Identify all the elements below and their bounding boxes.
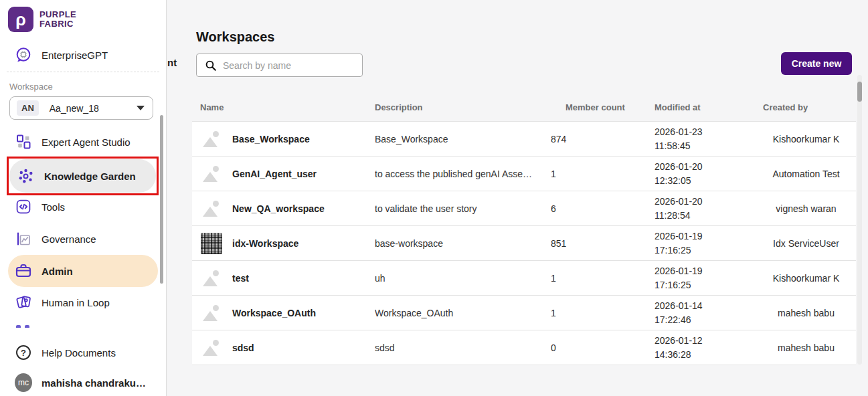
- modified-time: 12:32:05: [655, 174, 756, 188]
- modified-at: 2026-01-19 17:16:25: [644, 264, 756, 292]
- modified-time: 11:58:45: [655, 139, 756, 153]
- brand-logo: ρ PURPLE FABRIC: [8, 7, 76, 32]
- created-by: mahesh babu: [756, 308, 856, 318]
- sidebar-item-enterprisegpt[interactable]: EnterpriseGPT: [0, 40, 167, 70]
- modified-time: 11:28:54: [655, 209, 756, 223]
- modified-time: 17:16:25: [655, 243, 756, 258]
- search-input[interactable]: [223, 60, 347, 71]
- sidebar-user-profile[interactable]: mc mahisha chandraku…: [0, 368, 167, 396]
- workspace-name: Workspace_OAuth: [232, 308, 316, 318]
- modified-at: 2026-01-20 11:28:54: [644, 195, 756, 223]
- sidebar-item-help-documents[interactable]: ? Help Documents: [0, 338, 167, 367]
- modified-at: 2026-01-23 11:58:45: [644, 125, 756, 153]
- created-by: Kishoorkumar K: [756, 273, 856, 284]
- user-name: mahisha chandraku…: [41, 377, 146, 389]
- member-count: 6: [549, 203, 644, 214]
- column-header-created-by[interactable]: Created by: [756, 102, 856, 112]
- modified-date: 2026-01-23: [655, 125, 756, 139]
- table-row[interactable]: GenAI_Agent_user to access the published…: [192, 157, 856, 191]
- table-row[interactable]: Base_Workspace Base_Workspace 874 2026-0…: [192, 122, 856, 157]
- search-icon: [205, 60, 217, 72]
- avatar: mc: [15, 373, 32, 392]
- sidebar-item-label: Admin: [41, 266, 73, 277]
- workspace-name: test: [232, 273, 249, 284]
- workspace-initials-badge: AN: [17, 100, 39, 116]
- modified-time: 17:16:25: [655, 278, 756, 292]
- modified-at: 2026-01-14 17:22:46: [644, 299, 756, 327]
- avatar-initials: mc: [15, 373, 32, 392]
- brand-wordmark: PURPLE FABRIC: [39, 10, 76, 29]
- workspace-selector[interactable]: AN Aa_new_18: [9, 96, 153, 120]
- column-header-modified-at[interactable]: Modified at: [644, 102, 756, 112]
- sidebar-item-label: Human in Loop: [41, 297, 110, 308]
- sidebar-item-label: EnterpriseGPT: [41, 50, 108, 61]
- sidebar-item-expert-agent-studio[interactable]: Expert Agent Studio: [0, 127, 167, 157]
- main-scrollbar-track[interactable]: [857, 75, 862, 365]
- modified-time: 17:22:46: [655, 313, 756, 327]
- column-header-description[interactable]: Description: [375, 102, 549, 112]
- sidebar-item-admin[interactable]: Admin: [8, 255, 158, 287]
- workspace-name: idx-Workspace: [232, 238, 298, 249]
- workspace-description: to validate the user story: [375, 203, 549, 214]
- workspace-thumbnail: [201, 268, 222, 289]
- sidebar-item-label: Help Documents: [41, 347, 116, 359]
- workspace-description: Workspace_OAuth: [375, 308, 549, 318]
- image-placeholder-icon: [201, 302, 222, 324]
- sidebar-item-label: Governance: [41, 233, 96, 245]
- table-row[interactable]: test uh 1 2026-01-19 17:16:25 Kishoorkum…: [192, 261, 856, 296]
- admin-briefcase-icon: [15, 262, 32, 280]
- modified-date: 2026-01-19: [655, 229, 756, 243]
- created-by: mahesh babu: [756, 342, 856, 353]
- modified-date: 2026-01-14: [655, 299, 756, 313]
- table-row[interactable]: sdsd sdsd 0 2026-01-12 14:36:28 mahesh b…: [192, 330, 856, 365]
- table-header-row: Name Description Member count Modified a…: [192, 94, 856, 120]
- agent-studio-icon: [15, 134, 32, 150]
- member-count: 851: [549, 238, 644, 249]
- tools-code-icon: [15, 199, 32, 215]
- modified-at: 2026-01-20 12:32:05: [644, 160, 756, 188]
- modified-date: 2026-01-20: [655, 160, 756, 174]
- table-body: Base_Workspace Base_Workspace 874 2026-0…: [192, 121, 856, 365]
- table-row[interactable]: New_QA_workspace to validate the user st…: [192, 191, 856, 226]
- purple-fabric-logo-icon: ρ: [8, 7, 33, 32]
- member-count: 874: [549, 134, 644, 144]
- brand-line1: PURPLE: [39, 10, 76, 19]
- modified-time: 14:36:28: [655, 348, 756, 362]
- help-question-icon: ?: [15, 345, 32, 360]
- workspace-name: Base_Workspace: [232, 134, 310, 144]
- workspace-description: sdsd: [375, 342, 549, 353]
- sidebar-item-human-in-loop[interactable]: Human in Loop: [0, 288, 167, 317]
- red-annotation-box: Knowledge Garden: [7, 157, 159, 195]
- table-row[interactable]: idx-Workspace base-workspace 851 2026-01…: [192, 226, 856, 261]
- workspace-description: base-workspace: [375, 238, 549, 249]
- chevron-down-icon: [137, 106, 145, 110]
- sidebar-divider: [7, 72, 159, 72]
- main-scrollbar-thumb[interactable]: [857, 82, 862, 102]
- sidebar-item-tools[interactable]: Tools: [0, 192, 167, 221]
- workspace-selected-value: Aa_new_18: [50, 103, 99, 114]
- table-row[interactable]: Workspace_OAuth Workspace_OAuth 1 2026-0…: [192, 296, 856, 330]
- image-placeholder-icon: [201, 268, 222, 289]
- workspace-name: GenAI_Agent_user: [232, 169, 317, 179]
- sidebar-item-knowledge-garden[interactable]: Knowledge Garden: [9, 159, 156, 193]
- column-header-member-count[interactable]: Member count: [549, 102, 644, 112]
- image-placeholder-icon: [201, 198, 222, 219]
- app-window: ρ PURPLE FABRIC EnterpriseGPT Workspace …: [0, 0, 868, 396]
- created-by: vignesh waran: [756, 203, 856, 214]
- created-by: Idx ServiceUser: [756, 238, 856, 249]
- sidebar-scrollbar-thumb[interactable]: [160, 115, 163, 284]
- workspace-thumbnail: [201, 302, 222, 324]
- modified-date: 2026-01-20: [655, 195, 756, 209]
- brand-line2: FABRIC: [39, 19, 76, 29]
- sidebar-item-governance[interactable]: Governance: [0, 224, 167, 254]
- modified-date: 2026-01-19: [655, 264, 756, 278]
- create-new-button[interactable]: Create new: [781, 52, 852, 75]
- column-header-name[interactable]: Name: [192, 102, 375, 112]
- modified-at: 2026-01-12 14:36:28: [644, 334, 756, 362]
- image-placeholder-icon: [201, 163, 222, 185]
- workspace-section-label: Workspace: [9, 82, 53, 92]
- workspace-thumbnail: [201, 128, 222, 150]
- workspace-name: sdsd: [232, 342, 254, 353]
- workspace-name: New_QA_workspace: [232, 203, 325, 214]
- created-by: Automation Test: [756, 169, 856, 179]
